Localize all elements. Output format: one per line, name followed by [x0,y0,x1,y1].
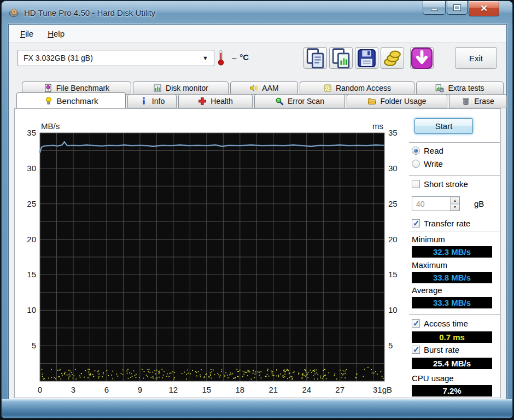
tab-info[interactable]: Info [127,94,177,108]
access-time-checkbox-control[interactable] [412,319,420,328]
tab-extra-tests[interactable]: Extra tests [416,81,504,95]
menu-bar: File Help [9,25,506,43]
maximum-value: 33.8 MB/s [412,272,492,283]
menu-help[interactable]: Help [40,26,72,42]
svg-text:27: 27 [335,385,344,394]
tab-disk-monitor[interactable]: Disk monitor [133,81,229,95]
burst-rate-checkbox-control[interactable] [412,346,420,354]
window-title: HD Tune Pro 4.50 - Hard Disk Utility [24,8,155,18]
copy-info-button[interactable] [303,47,327,69]
svg-text:25: 25 [388,199,398,208]
access-time-checkbox[interactable]: Access time [412,319,468,328]
random-access-icon [323,84,332,92]
coins-icon [381,47,404,69]
transfer-rate-checkbox-control[interactable] [412,219,420,228]
benchmark-chart: 3535303025252020151510105503691215182124… [15,109,408,399]
burst-rate-checkbox[interactable]: Burst rate [412,345,459,354]
copy-screenshot-button[interactable] [329,47,353,69]
svg-text:MB/s: MB/s [41,121,60,131]
start-button[interactable]: Start [414,118,473,134]
short-stroke-size-spinner[interactable]: 40 ▲ ▼ [412,196,460,211]
drive-select-dropdown[interactable]: FX 3.032GB (31 gB) ▼ [17,50,214,66]
tab-error-scan[interactable]: Error Scan [254,94,345,108]
close-icon: ✕ [480,4,488,13]
svg-text:5: 5 [32,341,36,350]
temperature-readout: –°C [232,52,249,62]
temperature-value: – [232,52,236,62]
svg-text:ms: ms [372,121,383,131]
separator [409,175,500,176]
extra-tests-icon [435,84,444,92]
thermometer-icon [218,49,224,66]
svg-text:30: 30 [388,164,398,173]
svg-text:15: 15 [27,270,36,279]
short-stroke-label: Short stroke [424,179,468,189]
spinner-up-button[interactable]: ▲ [451,197,459,204]
options-button[interactable] [381,47,404,69]
short-stroke-checkbox[interactable]: Short stroke [412,179,468,189]
transfer-rate-checkbox[interactable]: Transfer rate [412,219,470,228]
short-stroke-checkbox-control[interactable] [412,180,420,188]
health-icon [198,97,207,106]
read-radio[interactable]: Read [412,146,443,155]
window-bottom-frame [2,399,512,418]
tab-label: Random Access [336,84,391,92]
csv-export-button[interactable] [410,47,434,69]
svg-text:35: 35 [388,128,398,137]
benchmark-icon [44,96,53,105]
svg-text:31gB: 31gB [373,385,392,394]
read-radio-control[interactable] [412,147,420,155]
access-time-label: Access time [424,319,468,328]
cpu-usage-value: 7.2% [412,385,492,396]
spinner-arrows: ▲ ▼ [450,197,459,211]
download-icon [411,47,433,69]
svg-text:9: 9 [138,385,142,394]
app-window: HD Tune Pro 4.50 - Hard Disk Utility ✕ F… [1,1,513,418]
exit-button[interactable]: Exit [455,47,497,69]
close-button[interactable]: ✕ [469,1,499,16]
minimum-label: Minimum [412,235,445,244]
maximize-button[interactable] [447,1,468,15]
svg-text:0: 0 [38,385,42,394]
spinner-down-button[interactable]: ▼ [451,204,459,211]
tab-erase[interactable]: Erase [449,94,507,108]
minimize-icon [431,9,438,11]
maximize-icon [454,5,460,10]
tab-folder-usage[interactable]: Folder Usage [347,94,447,108]
svg-text:5: 5 [388,341,393,350]
save-screenshot-button[interactable] [355,47,378,69]
write-radio-control[interactable] [412,160,420,168]
copy-icon [304,47,326,69]
menu-file[interactable]: File [13,26,40,42]
erase-icon [462,97,470,106]
hd-tune-app-icon [8,7,19,18]
svg-text:15: 15 [202,385,211,394]
tab-random-access[interactable]: Random Access [300,81,414,95]
svg-text:30: 30 [27,164,36,173]
short-stroke-unit-label: gB [474,199,484,208]
write-radio[interactable]: Write [412,159,443,168]
file-benchmark-icon [44,84,52,92]
minimize-button[interactable] [423,1,446,15]
info-icon [139,97,148,106]
error-scan-icon [275,97,284,106]
svg-text:20: 20 [388,235,398,244]
average-label: Average [412,285,442,295]
benchmark-content-panel: 3535303025252020151510105503691215182124… [14,108,501,398]
tab-label: Health [211,97,232,106]
svg-text:20: 20 [27,235,36,244]
tab-health[interactable]: Health [178,94,253,108]
write-radio-label: Write [424,159,443,168]
average-value: 33.3 MB/s [412,297,492,308]
tab-label: Extra tests [448,84,484,92]
svg-text:24: 24 [302,385,311,394]
separator [409,142,500,143]
title-bar[interactable]: HD Tune Pro 4.50 - Hard Disk Utility ✕ [2,1,512,24]
tab-benchmark[interactable]: Benchmark [16,92,126,108]
svg-text:10: 10 [27,305,36,314]
client-area: File Help FX 3.032GB (31 gB) ▼ –°C Exit … [8,24,507,400]
maximum-label: Maximum [412,260,447,270]
tab-aam[interactable]: AAM [230,81,298,95]
svg-text:12: 12 [169,385,178,394]
tab-label: Erase [474,97,494,106]
